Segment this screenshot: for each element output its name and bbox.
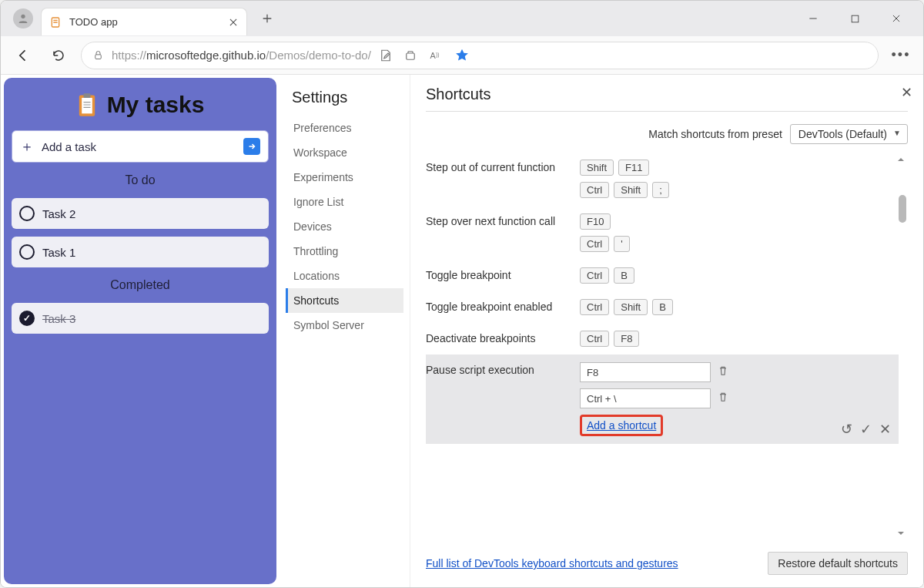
section-todo-label: To do (12, 170, 269, 190)
favorite-star-icon[interactable] (454, 48, 470, 63)
keyboard-key: F10 (580, 213, 611, 230)
section-completed-label: Completed (12, 275, 269, 295)
settings-nav-item[interactable]: Ignore List (286, 190, 403, 214)
add-shortcut-link[interactable]: Add a shortcut (587, 419, 656, 432)
svg-rect-11 (83, 93, 90, 98)
refresh-button[interactable] (45, 42, 72, 69)
keyboard-key: ; (652, 182, 669, 198)
submit-task-button[interactable] (243, 138, 260, 155)
keyboard-key: Ctrl (580, 236, 609, 252)
scroll-thumb[interactable] (899, 195, 906, 223)
preset-select[interactable]: DevTools (Default) (790, 124, 908, 144)
shortcut-label: Toggle breakpoint enabled (426, 299, 580, 315)
shortcut-input[interactable] (580, 362, 711, 382)
app-title: My tasks (107, 92, 205, 118)
shortcut-label: Pause script execution (426, 362, 580, 436)
add-task-placeholder: Add a task (42, 140, 236, 153)
read-aloud-icon[interactable]: A)) (428, 48, 444, 63)
shortcut-row[interactable]: Deactivate breakpointsCtrlF8 (426, 323, 891, 354)
shortcut-label: Step out of current function (426, 160, 580, 198)
close-window-button[interactable] (885, 7, 908, 30)
svg-rect-10 (82, 98, 92, 113)
settings-nav-item[interactable]: Experiments (286, 165, 403, 190)
page-icon (49, 16, 62, 29)
preset-label: Match shortcuts from preset (648, 128, 782, 140)
minimize-button[interactable] (802, 7, 825, 30)
svg-rect-6 (407, 53, 415, 59)
add-task-input[interactable]: ＋ Add a task (12, 130, 269, 163)
shortcut-label: Toggle breakpoint (426, 267, 580, 284)
settings-nav-item[interactable]: Shortcuts (286, 288, 403, 313)
settings-nav-item[interactable]: Devices (286, 214, 403, 239)
scroll-down-icon[interactable] (895, 527, 907, 539)
keyboard-key: F11 (618, 160, 649, 176)
svg-point-0 (21, 15, 25, 18)
cancel-icon[interactable]: ✕ (879, 421, 891, 438)
settings-nav-item[interactable]: Locations (286, 264, 403, 288)
settings-nav-item[interactable]: Throttling (286, 239, 403, 264)
shortcut-input[interactable] (580, 388, 711, 408)
close-tab-icon[interactable] (228, 17, 239, 28)
settings-header: Settings (286, 89, 403, 106)
keyboard-key: Shift (614, 299, 648, 315)
shortcut-label: Deactivate breakpoints (426, 331, 580, 347)
shortcut-row[interactable]: Step out of current functionShiftF11Ctrl… (426, 152, 891, 206)
svg-rect-4 (852, 15, 859, 22)
collections-icon[interactable] (403, 49, 417, 62)
restore-defaults-button[interactable]: Restore default shortcuts (768, 552, 908, 575)
checkbox-checked-icon[interactable] (19, 311, 35, 326)
checkbox-icon[interactable] (19, 206, 35, 221)
address-bar[interactable]: https://microsoftedge.github.io/Demos/de… (81, 42, 879, 69)
settings-nav-item[interactable]: Workspace (286, 140, 403, 165)
shortcuts-list: Step out of current functionShiftF11Ctrl… (426, 152, 908, 541)
profile-avatar[interactable] (13, 8, 33, 29)
checkbox-icon[interactable] (19, 244, 35, 260)
browser-tab[interactable]: TODO app (41, 8, 247, 35)
confirm-icon[interactable]: ✓ (860, 421, 872, 438)
shortcut-label: Step over next function call (426, 213, 580, 252)
lock-icon (92, 49, 104, 61)
close-settings-icon[interactable]: ✕ (901, 84, 912, 101)
delete-shortcut-icon[interactable] (717, 365, 729, 380)
settings-nav-item[interactable]: Symbol Server (286, 313, 403, 338)
url-text: https://microsoftedge.github.io/Demos/de… (112, 49, 371, 62)
keyboard-key: B (652, 299, 673, 315)
maximize-button[interactable] (843, 7, 866, 30)
shortcuts-header: Shortcuts (426, 86, 908, 112)
keyboard-key: Ctrl (580, 331, 609, 347)
scroll-up-icon[interactable] (895, 153, 907, 166)
svg-text:)): )) (436, 51, 439, 57)
settings-nav-item[interactable]: Preferences (286, 116, 403, 140)
keyboard-key: ' (614, 236, 629, 252)
todo-app: My tasks ＋ Add a task To do Task 2 Task … (4, 78, 276, 584)
keyboard-key: Shift (580, 160, 614, 176)
keyboard-key: Ctrl (580, 182, 609, 198)
task-item[interactable]: Task 2 (12, 198, 269, 229)
plus-icon: ＋ (20, 137, 34, 156)
task-item-done[interactable]: Task 3 (12, 303, 269, 334)
browser-toolbar: https://microsoftedge.github.io/Demos/de… (1, 36, 923, 75)
shortcut-row-editing: Pause script execution Add a shortcut (426, 354, 899, 444)
new-tab-button[interactable] (255, 6, 280, 31)
edit-page-icon[interactable] (379, 49, 393, 62)
tab-title: TODO app (69, 16, 220, 28)
keyboard-key: Ctrl (580, 267, 609, 284)
keyboard-key: Ctrl (580, 299, 609, 315)
window-controls (802, 7, 919, 30)
shortcut-row[interactable]: Toggle breakpoint enabledCtrlShiftB (426, 291, 891, 323)
svg-rect-5 (95, 55, 102, 59)
shortcut-row[interactable]: Step over next function callF10Ctrl' (426, 206, 891, 260)
more-menu-button[interactable]: ••• (888, 47, 914, 63)
devtools-panel: Settings PreferencesWorkspaceExperiments… (280, 75, 923, 587)
settings-nav: Settings PreferencesWorkspaceExperiments… (280, 75, 410, 587)
clipboard-icon (76, 92, 98, 118)
back-button[interactable] (10, 42, 36, 69)
shortcut-row[interactable]: Toggle breakpointCtrlB (426, 260, 891, 291)
delete-shortcut-icon[interactable] (717, 391, 729, 406)
scrollbar[interactable] (894, 152, 908, 541)
revert-icon[interactable]: ↺ (841, 421, 852, 438)
window-titlebar: TODO app (1, 1, 923, 36)
task-item[interactable]: Task 1 (12, 237, 269, 267)
keyboard-key: B (614, 267, 634, 284)
full-shortcuts-link[interactable]: Full list of DevTools keyboard shortcuts… (426, 557, 678, 570)
